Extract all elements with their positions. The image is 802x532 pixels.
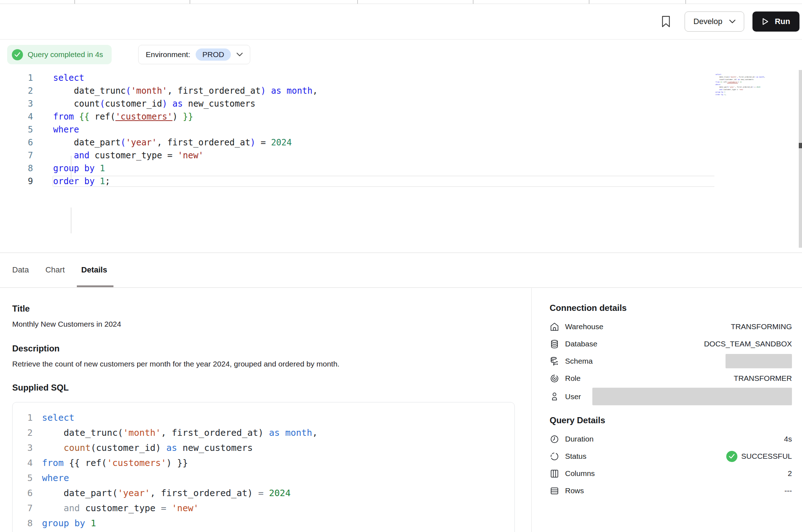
- description-heading: Description: [12, 344, 531, 354]
- role-icon: [550, 374, 559, 383]
- supplied-sql-heading: Supplied SQL: [12, 383, 531, 393]
- tab-divider: [589, 0, 589, 4]
- line-number: 6: [18, 488, 33, 498]
- line-number: 3: [18, 443, 33, 453]
- success-check-icon: [726, 451, 737, 462]
- environment-selector[interactable]: Environment: PROD: [138, 45, 250, 64]
- line-number: 1: [0, 73, 33, 83]
- tab-divider: [685, 0, 686, 4]
- tab-divider: [473, 0, 474, 4]
- line-number: 8: [18, 518, 33, 528]
- tab-data[interactable]: Data: [12, 253, 29, 287]
- warehouse-value: TRANSFORMING: [731, 322, 792, 331]
- check-circle-icon: [12, 49, 23, 60]
- schema-label: Schema: [565, 357, 593, 365]
- bookmark-icon[interactable]: [658, 14, 674, 29]
- title-value: Monthly New Customers in 2024: [12, 320, 531, 328]
- code-line: date_trunc('month', first_ordered_at) as…: [715, 76, 755, 79]
- results-tab-bar: Data Chart Details: [0, 253, 802, 287]
- user-label: User: [565, 392, 581, 401]
- line-number: 5: [0, 125, 33, 135]
- environment-value-pill: PROD: [196, 48, 231, 61]
- code-line: 1select: [0, 73, 714, 86]
- status-value-text: SUCCESSFUL: [741, 452, 792, 461]
- play-icon: [760, 17, 770, 26]
- tab-chart[interactable]: Chart: [45, 253, 65, 287]
- columns-label: Columns: [565, 469, 595, 478]
- supplied-sql-code-block: 1select2 date_trunc('month', first_order…: [12, 402, 515, 532]
- develop-dropdown[interactable]: Develop: [685, 11, 745, 32]
- app-window: Develop Run Query completed in 4s Enviro…: [0, 0, 802, 532]
- columns-row: Columns 2: [550, 465, 792, 482]
- duration-value: 4s: [784, 435, 792, 443]
- indent-guide: [71, 207, 71, 233]
- rows-value: ---: [784, 486, 792, 495]
- warehouse-label: Warehouse: [565, 322, 603, 331]
- run-button[interactable]: Run: [752, 11, 799, 32]
- status-row: Status SUCCESSFUL: [550, 448, 792, 465]
- duration-row: Duration 4s: [550, 430, 792, 448]
- code-line: 3 count(customer_id) as new_customers: [18, 443, 514, 458]
- status-label: Status: [565, 452, 587, 461]
- title-heading: Title: [12, 304, 531, 314]
- code-line: 4from {{ ref('customers') }}: [18, 458, 514, 473]
- code-line: 8group by 1: [18, 518, 514, 532]
- tab-divider: [190, 0, 190, 4]
- user-icon: [550, 392, 559, 401]
- line-number: 2: [18, 428, 33, 438]
- role-label: Role: [565, 374, 580, 383]
- code-line: where: [715, 84, 755, 86]
- code-line: and customer_type = 'new': [715, 89, 755, 91]
- line-number: 4: [18, 458, 33, 468]
- browser-tab-strip: [0, 0, 802, 4]
- line-number: 8: [0, 163, 33, 173]
- tab-details[interactable]: Details: [81, 253, 107, 287]
- schema-value-redacted: [726, 354, 792, 368]
- line-number: 5: [18, 473, 33, 483]
- columns-value: 2: [788, 469, 792, 478]
- query-status-badge: Query completed in 4s: [7, 45, 112, 64]
- description-value: Retrieve the count of new customers per …: [12, 360, 531, 368]
- query-status-text: Query completed in 4s: [28, 50, 103, 59]
- scrollbar-thumb[interactable]: [799, 143, 802, 148]
- database-icon: [550, 339, 559, 349]
- code-line: 9order by 1;: [0, 176, 714, 189]
- clock-icon: [550, 434, 559, 444]
- code-line: 7 and customer_type = 'new': [18, 503, 514, 518]
- query-details-heading: Query Details: [550, 415, 792, 425]
- editor-scrollbar[interactable]: [799, 70, 802, 248]
- run-label: Run: [775, 17, 790, 26]
- chevron-down-icon: [236, 52, 243, 57]
- line-number: 7: [0, 150, 33, 160]
- rows-label: Rows: [565, 486, 584, 495]
- rows-row: Rows ---: [550, 482, 792, 499]
- connection-details-panel: Connection details Warehouse TRANSFORMIN…: [531, 288, 802, 532]
- top-toolbar: Develop Run: [0, 4, 802, 39]
- warehouse-icon: [550, 322, 559, 332]
- schema-icon: [550, 356, 559, 366]
- user-row: User: [550, 387, 792, 406]
- code-line: group by 1: [715, 91, 755, 94]
- environment-label: Environment:: [146, 50, 190, 59]
- user-value-redacted: [592, 388, 792, 405]
- code-line: 2 date_trunc('month', first_ordered_at) …: [18, 428, 514, 443]
- editor-minimap[interactable]: select date_trunc('month', first_ordered…: [715, 74, 755, 99]
- loader-icon: [550, 452, 559, 461]
- status-value: SUCCESSFUL: [726, 451, 792, 462]
- code-line: from {{ ref('customers') }}: [715, 81, 755, 84]
- code-line: 3 count(customer_id) as new_customers: [0, 99, 714, 112]
- code-line: 5where: [18, 473, 514, 488]
- code-line: 4from {{ ref('customers') }}: [0, 112, 714, 125]
- role-row: Role TRANSFORMER: [550, 370, 792, 387]
- line-number: 4: [0, 112, 33, 122]
- details-pane: Title Monthly New Customers in 2024 Desc…: [0, 288, 531, 532]
- code-line: 1select: [18, 412, 514, 428]
- columns-icon: [550, 469, 559, 479]
- code-line: 6 date_part('year', first_ordered_at) = …: [18, 488, 514, 503]
- tab-divider: [357, 0, 358, 4]
- sql-code-editor[interactable]: 1select2 date_trunc('month', first_order…: [0, 70, 802, 252]
- warehouse-row: Warehouse TRANSFORMING: [550, 318, 792, 335]
- code-line: date_part('year', first_ordered_at) = 20…: [715, 86, 755, 89]
- code-line: select: [715, 74, 755, 76]
- code-line: 7 and customer_type = 'new': [0, 150, 714, 163]
